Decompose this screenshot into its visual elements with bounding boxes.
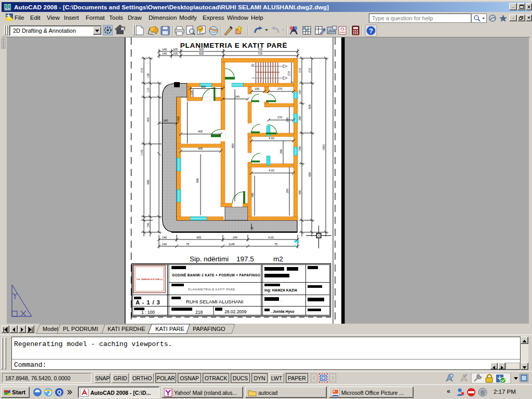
svg-text:405: 405	[198, 147, 203, 150]
svg-text:715: 715	[258, 48, 262, 51]
svg-text:Q: Q	[57, 389, 62, 395]
svg-text:650: 650	[231, 143, 234, 148]
svg-text:m2: m2	[273, 255, 283, 263]
svg-text:140: 140	[162, 243, 167, 246]
svg-text:1850: 1850	[322, 144, 325, 151]
svg-text:.: .	[281, 298, 282, 302]
svg-text:?: ?	[369, 27, 373, 35]
svg-text:1 : 100: 1 : 100	[141, 310, 155, 315]
svg-text:1145: 1145	[229, 243, 235, 246]
svg-text:240: 240	[233, 236, 237, 239]
svg-text:A - 1 / 3: A - 1 / 3	[136, 299, 161, 305]
svg-text:1145: 1145	[140, 150, 143, 156]
svg-text:140: 140	[162, 236, 167, 239]
svg-text:405: 405	[147, 117, 150, 122]
svg-text:715: 715	[258, 52, 262, 55]
svg-text:505: 505	[308, 104, 311, 109]
svg-text:250: 250	[298, 146, 301, 151]
svg-text:105: 105	[255, 87, 259, 90]
svg-text:218: 218	[195, 310, 203, 315]
svg-text:925: 925	[199, 48, 204, 51]
svg-text:250: 250	[286, 189, 289, 193]
svg-text:270: 270	[277, 87, 282, 90]
svg-text:4.00: 4.00	[269, 137, 274, 140]
svg-text:140: 140	[163, 119, 168, 122]
svg-text:405: 405	[198, 130, 203, 133]
svg-text:28.02.2009: 28.02.2009	[224, 309, 247, 314]
svg-text:4.00: 4.00	[269, 169, 274, 172]
svg-text:P.A._BARKALSCE SRA.Jy: P.A._BARKALSCE SRA.Jy	[137, 278, 163, 281]
svg-text:280: 280	[298, 116, 301, 121]
svg-text:110: 110	[147, 88, 150, 92]
svg-text:4.00: 4.00	[268, 236, 274, 239]
svg-text:585: 585	[196, 178, 199, 183]
svg-text:PLANIMETRIA E KATIT PARE: PLANIMETRIA E KATIT PARE	[188, 288, 235, 291]
svg-text:215: 215	[140, 68, 143, 73]
svg-text:PAPAFINGO: PAPAFINGO	[193, 326, 225, 332]
svg-text:215: 215	[308, 68, 311, 73]
svg-text:925: 925	[199, 52, 204, 55]
svg-text:585: 585	[147, 180, 150, 184]
svg-text:405: 405	[177, 116, 180, 121]
svg-text:650: 650	[308, 172, 311, 177]
svg-text:PLANIMETRIA E KATIT PARË: PLANIMETRIA E KATIT PARË	[180, 42, 287, 49]
svg-text:900: 900	[201, 85, 206, 88]
svg-text:215: 215	[287, 71, 290, 76]
svg-text:270: 270	[277, 116, 282, 119]
svg-text:Model: Model	[43, 326, 58, 332]
svg-text:160: 160	[298, 90, 301, 95]
svg-text:280: 280	[280, 149, 283, 154]
svg-text:105: 105	[173, 48, 178, 51]
svg-text:495: 495	[251, 193, 254, 197]
svg-text:240: 240	[235, 95, 240, 98]
svg-text:75: 75	[274, 243, 277, 246]
svg-text:Ing: HAMZA KAZIA: Ing: HAMZA KAZIA	[264, 288, 297, 292]
svg-text:140: 140	[162, 48, 167, 51]
svg-text:215: 215	[298, 68, 301, 73]
svg-text:140: 140	[162, 52, 167, 55]
svg-text:197.5: 197.5	[236, 255, 254, 263]
svg-text:Sip. ndërtimi: Sip. ndërtimi	[190, 255, 229, 263]
svg-text:. Jonida Hyso: . Jonida Hyso	[271, 310, 295, 314]
svg-text:75: 75	[186, 243, 189, 246]
svg-text:RUHI SELAMI ALUSHANI: RUHI SELAMI ALUSHANI	[186, 299, 243, 304]
svg-text:KATI PERDHE: KATI PERDHE	[108, 326, 145, 332]
svg-text:75: 75	[250, 227, 254, 230]
svg-text:135: 135	[147, 73, 150, 78]
svg-text:KATI PARE: KATI PARE	[155, 326, 184, 332]
svg-text:110: 110	[190, 90, 193, 95]
svg-text:280: 280	[286, 117, 289, 122]
svg-text:105: 105	[173, 52, 178, 55]
svg-text:GODINË BANIMI 2 KATE + PODRUM: GODINË BANIMI 2 KATE + PODRUM + PAPAFING…	[172, 273, 260, 277]
svg-text:495: 495	[298, 190, 301, 195]
svg-text:PL PODRUMI: PL PODRUMI	[63, 326, 98, 332]
svg-text:155: 155	[147, 223, 150, 228]
svg-text:405: 405	[196, 236, 201, 239]
